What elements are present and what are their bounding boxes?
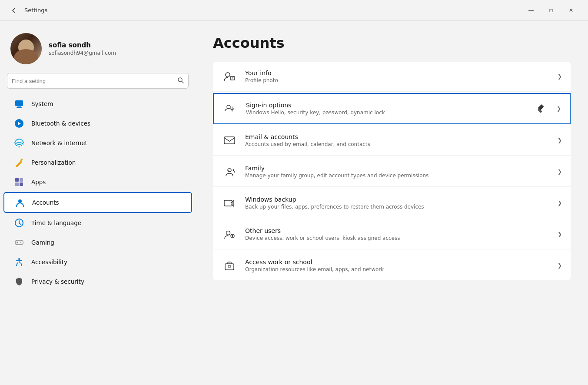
personalization-icon: [14, 157, 24, 168]
user-name: sofia sondh: [49, 41, 116, 49]
sidebar-item-system[interactable]: System: [3, 94, 192, 113]
your-info-icon: [222, 69, 237, 84]
svg-rect-28: [224, 200, 232, 206]
svg-point-6: [19, 146, 20, 148]
your-info-chevron: ❯: [558, 73, 562, 80]
sidebar-item-gaming[interactable]: Gaming: [3, 233, 192, 252]
settings-card-backup[interactable]: Windows backup Back up your files, apps,…: [213, 188, 571, 218]
svg-point-20: [18, 258, 20, 260]
settings-card-your-info[interactable]: Your info Profile photo ❯: [213, 62, 571, 92]
email-text: Email & accounts Accounts used by email,…: [245, 133, 550, 147]
system-label: System: [31, 100, 53, 107]
window-controls: — □ ✕: [521, 3, 581, 17]
sidebar-item-network[interactable]: Network & internet: [3, 133, 192, 153]
other-users-chevron: ❯: [558, 231, 562, 237]
work-school-text: Access work or school Organization resou…: [245, 259, 550, 272]
sign-in-title: Sign-in options: [246, 102, 527, 109]
family-icon: [222, 164, 237, 179]
titlebar: Settings — □ ✕: [0, 0, 588, 21]
user-profile: sofia sondh sofiasondh94@gmail.com: [0, 30, 196, 73]
time-label: Time & language: [31, 219, 81, 226]
sign-in-text: Sign-in options Windows Hello, security …: [246, 102, 527, 116]
accounts-icon: [15, 197, 25, 208]
sidebar-item-time[interactable]: Time & language: [3, 213, 192, 232]
sidebar-item-apps[interactable]: Apps: [3, 173, 192, 192]
content-area: Accounts Your info Profile photo: [196, 21, 588, 385]
apps-icon: [14, 177, 24, 187]
your-info-text: Your info Profile photo: [245, 70, 550, 83]
svg-line-1: [182, 81, 183, 83]
svg-rect-14: [15, 240, 23, 245]
settings-card-other-users[interactable]: Other users Device access, work or schoo…: [213, 219, 571, 249]
settings-card-work-school[interactable]: Access work or school Organization resou…: [213, 251, 571, 280]
svg-rect-11: [20, 183, 23, 186]
avatar: [10, 33, 42, 64]
family-chevron: ❯: [558, 169, 562, 175]
other-users-subtitle: Device access, work or school users, kio…: [245, 235, 550, 241]
close-button[interactable]: ✕: [561, 3, 581, 17]
svg-rect-4: [17, 107, 22, 108]
svg-rect-27: [224, 137, 235, 144]
backup-text: Windows backup Back up your files, apps,…: [245, 196, 550, 210]
sidebar-item-accessibility[interactable]: Accessibility: [3, 252, 192, 272]
work-school-chevron: ❯: [558, 262, 562, 269]
search-container: [0, 73, 196, 94]
search-box[interactable]: [7, 73, 189, 89]
svg-point-19: [20, 242, 21, 243]
apps-label: Apps: [31, 179, 46, 186]
email-chevron: ❯: [558, 137, 562, 143]
work-school-icon: [222, 258, 237, 273]
backup-chevron: ❯: [558, 200, 562, 206]
accounts-label: Accounts: [32, 199, 59, 206]
svg-point-21: [226, 73, 230, 77]
settings-card-sign-in[interactable]: ➤ Sign-in options Windows Hello, securit…: [213, 93, 571, 124]
svg-rect-2: [15, 100, 23, 106]
sign-in-subtitle: Windows Hello, security key, password, d…: [246, 110, 527, 116]
personalization-label: Personalization: [31, 159, 76, 166]
main-layout: sofia sondh sofiasondh94@gmail.com: [0, 21, 588, 385]
sidebar-item-privacy[interactable]: Privacy & security: [3, 272, 192, 291]
svg-rect-3: [17, 106, 21, 107]
bluetooth-label: Bluetooth & devices: [31, 120, 90, 127]
sidebar-item-personalization[interactable]: Personalization: [3, 153, 192, 172]
network-label: Network & internet: [31, 139, 87, 146]
system-icon: [14, 99, 24, 109]
settings-cards: Your info Profile photo ❯ ➤ Sign-in: [213, 62, 571, 280]
hammer-icon: [535, 102, 549, 116]
family-text: Family Manage your family group, edit ac…: [245, 165, 550, 179]
svg-rect-8: [15, 178, 19, 182]
minimize-button[interactable]: —: [521, 3, 541, 17]
privacy-icon: [14, 276, 24, 287]
user-email: sofiasondh94@gmail.com: [49, 50, 116, 56]
settings-card-email[interactable]: Email & accounts Accounts used by email,…: [213, 126, 571, 156]
sign-in-chevron: ❯: [557, 106, 561, 112]
work-school-subtitle: Organization resources like email, apps,…: [245, 266, 550, 272]
search-input[interactable]: [12, 78, 174, 84]
back-button[interactable]: [7, 3, 21, 17]
svg-point-29: [226, 231, 230, 235]
your-info-subtitle: Profile photo: [245, 77, 550, 83]
svg-point-18: [20, 242, 21, 242]
maximize-button[interactable]: □: [541, 3, 561, 17]
email-icon: [222, 133, 237, 148]
time-icon: [14, 218, 24, 228]
email-title: Email & accounts: [245, 133, 550, 140]
settings-card-family[interactable]: Family Manage your family group, edit ac…: [213, 157, 571, 187]
nav-list: System Bluetooth & devices: [0, 94, 196, 292]
svg-rect-33: [225, 264, 234, 270]
backup-subtitle: Back up your files, apps, preferences to…: [245, 204, 550, 210]
email-subtitle: Accounts used by email, calendar, and co…: [245, 141, 550, 147]
svg-rect-22: [230, 76, 235, 80]
sidebar-item-bluetooth[interactable]: Bluetooth & devices: [3, 114, 192, 133]
gaming-icon: [14, 237, 24, 248]
sign-in-icon: [223, 101, 238, 116]
sidebar: sofia sondh sofiasondh94@gmail.com: [0, 21, 196, 385]
your-info-title: Your info: [245, 70, 550, 76]
search-icon: [178, 77, 184, 85]
sidebar-item-accounts[interactable]: Accounts: [3, 192, 192, 213]
page-title: Accounts: [213, 35, 571, 51]
svg-point-7: [21, 159, 23, 160]
other-users-icon: [222, 226, 237, 242]
privacy-label: Privacy & security: [31, 278, 84, 285]
svg-rect-9: [20, 178, 23, 182]
